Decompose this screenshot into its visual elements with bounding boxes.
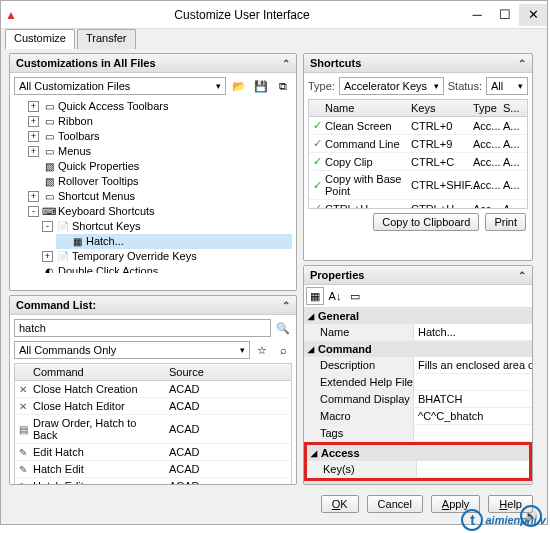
prop-keys: Key(s): [307, 461, 529, 478]
open-icon[interactable]: 📂: [230, 77, 248, 95]
tree-item[interactable]: +📄Temporary Override Keys: [42, 249, 292, 264]
cancel-button[interactable]: Cancel: [367, 495, 423, 513]
shortcut-row[interactable]: ✓Copy ClipCTRL+CAcc...A...: [309, 153, 527, 171]
tab-customize[interactable]: Customize: [5, 29, 75, 49]
command-filter-dropdown[interactable]: All Commands Only▾: [14, 341, 250, 359]
close-button[interactable]: ✕: [519, 4, 547, 26]
shortcuts-table[interactable]: ✓Clean ScreenCTRL+0Acc...A...✓Command Li…: [308, 117, 528, 209]
search-icon[interactable]: 🔍: [274, 319, 292, 337]
ok-button[interactable]: OOKK: [321, 495, 359, 513]
properties-title: Properties: [310, 269, 364, 281]
cui-window: ▲ Customize User Interface ─ ☐ ✕ Customi…: [0, 0, 548, 525]
tree-item[interactable]: +▭Quick Access Toolbars: [28, 99, 292, 114]
shortcut-row[interactable]: ✓Clean ScreenCTRL+0Acc...A...: [309, 117, 527, 135]
apply-button[interactable]: Apply: [431, 495, 481, 513]
alphabetical-icon[interactable]: A↓: [326, 287, 344, 305]
command-row[interactable]: ✎Hatch EditACAD: [15, 461, 291, 478]
properties-grid[interactable]: ◢General NameHatch... ◢Command Descripti…: [304, 308, 532, 484]
shortcuts-header: Name Keys Type S...: [308, 99, 528, 117]
prop-tags: Tags: [304, 425, 532, 442]
cat-access: ◢Access: [307, 445, 529, 461]
tree-item[interactable]: ▦Hatch...: [56, 234, 292, 249]
speaker-icon: 🔊: [520, 505, 542, 527]
main-tabs: Customize Transfer: [1, 29, 547, 49]
collapse-icon[interactable]: ⌃: [518, 58, 526, 69]
command-table[interactable]: ✕Close Hatch CreationACAD✕Close Hatch Ed…: [14, 381, 292, 484]
maximize-button[interactable]: ☐: [491, 4, 519, 26]
customization-filter-dropdown[interactable]: All Customization Files▾: [14, 77, 226, 95]
prop-cmd-display-name: Command Display NamBHATCH: [304, 391, 532, 408]
window-title: Customize User Interface: [21, 8, 463, 22]
command-row[interactable]: ✎Hatch Edit...ACAD: [15, 478, 291, 484]
type-dropdown[interactable]: Accelerator Keys▾: [339, 77, 444, 95]
type-label: Type:: [308, 80, 335, 92]
command-row[interactable]: ✎Edit HatchACAD: [15, 444, 291, 461]
save-icon[interactable]: 💾: [252, 77, 270, 95]
command-row[interactable]: ✕Close Hatch CreationACAD: [15, 381, 291, 398]
status-label: Status:: [448, 80, 482, 92]
new-command-icon[interactable]: ☆: [253, 341, 271, 359]
titlebar: ▲ Customize User Interface ─ ☐ ✕: [1, 1, 547, 29]
tree-item[interactable]: +▭Toolbars: [28, 129, 292, 144]
status-dropdown[interactable]: All▾: [486, 77, 528, 95]
categorized-icon[interactable]: ▦: [306, 287, 324, 305]
shortcut-row[interactable]: ✓CTRL+HCTRL+HAcc...A...: [309, 200, 527, 209]
tree-item[interactable]: -📄Shortcut Keys: [42, 219, 292, 234]
minimize-button[interactable]: ─: [463, 4, 491, 26]
reset-icon[interactable]: ▭: [346, 287, 364, 305]
cat-command: ◢Command: [304, 341, 532, 357]
prop-description: DescriptionFills an enclosed area or sel…: [304, 357, 532, 374]
app-icon: ▲: [1, 8, 21, 22]
copy-clipboard-button[interactable]: Copy to Clipboard: [373, 213, 479, 231]
tree-item[interactable]: +▭Shortcut Menus: [28, 189, 292, 204]
properties-panel: Properties⌃ ▦ A↓ ▭ ◢General NameHatch...…: [303, 265, 533, 485]
shortcuts-title: Shortcuts: [310, 57, 361, 69]
tree-item[interactable]: +▭Menus: [28, 144, 292, 159]
tree-item[interactable]: -⌨Keyboard Shortcuts: [28, 204, 292, 219]
shortcuts-panel: Shortcuts⌃ Type: Accelerator Keys▾ Statu…: [303, 53, 533, 261]
customizations-title: Customizations in All Files: [16, 57, 156, 69]
command-list-panel: Command List:⌃ 🔍 All Commands Only▾ ☆ ⌕ …: [9, 295, 297, 485]
tree-item[interactable]: +▭Ribbon: [28, 114, 292, 129]
prop-ext-help: Extended Help File: [304, 374, 532, 391]
command-table-header: Command Source: [14, 363, 292, 381]
prop-macro: Macro^C^C_bhatch: [304, 408, 532, 425]
cat-advanced: ◢Advanced: [304, 481, 532, 484]
tree-item[interactable]: ▧Quick Properties: [28, 159, 292, 174]
customizations-panel: Customizations in All Files⌃ All Customi…: [9, 53, 297, 291]
print-button[interactable]: Print: [485, 213, 526, 231]
command-list-title: Command List:: [16, 299, 96, 311]
shortcut-row[interactable]: ✓Copy with Base PointCTRL+SHIF...Acc...A…: [309, 171, 527, 200]
collapse-icon[interactable]: ⌃: [282, 58, 290, 69]
access-highlight: ◢Access Key(s): [304, 442, 532, 481]
command-row[interactable]: ✕Close Hatch EditorACAD: [15, 398, 291, 415]
save-all-icon[interactable]: ⧉: [274, 77, 292, 95]
collapse-icon[interactable]: ⌃: [282, 300, 290, 311]
tree-item[interactable]: ▧Rollover Tooltips: [28, 174, 292, 189]
customization-tree[interactable]: +▭Quick Access Toolbars+▭Ribbon+▭Toolbar…: [14, 99, 292, 273]
find-icon[interactable]: ⌕: [274, 341, 292, 359]
dialog-buttons: OOKK Cancel Apply Help: [1, 489, 547, 519]
cat-general: ◢General: [304, 308, 532, 324]
collapse-icon[interactable]: ⌃: [518, 270, 526, 281]
tree-item[interactable]: ◐Double Click Actions: [28, 264, 292, 273]
command-search-input[interactable]: [14, 319, 271, 337]
prop-name: NameHatch...: [304, 324, 532, 341]
tab-transfer[interactable]: Transfer: [77, 29, 136, 49]
shortcut-row[interactable]: ✓Command LineCTRL+9Acc...A...: [309, 135, 527, 153]
command-row[interactable]: ▤Draw Order, Hatch to BackACAD: [15, 415, 291, 444]
